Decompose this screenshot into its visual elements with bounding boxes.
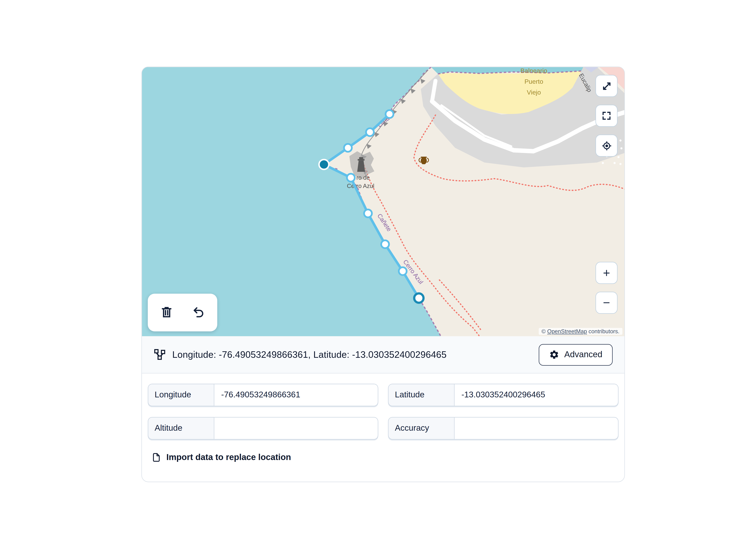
accuracy-input[interactable]	[455, 417, 618, 439]
page: Balneario Puerto Viejo Lima Cañete Cerro…	[0, 0, 756, 538]
advanced-button[interactable]: Advanced	[539, 344, 613, 365]
route-vertex[interactable]	[366, 128, 374, 136]
lighthouse-icon	[357, 157, 365, 172]
file-icon	[151, 452, 162, 462]
route-vertex[interactable]	[364, 209, 372, 217]
map-attribution: © OpenStreetMap contributors.	[538, 328, 623, 335]
beach-label-line3: Viejo	[527, 89, 541, 96]
latitude-field: Latitude	[388, 384, 619, 406]
import-data-link[interactable]: Import data to replace location	[151, 452, 619, 462]
route-vertex-active[interactable]	[319, 160, 329, 169]
longitude-input[interactable]	[214, 384, 378, 406]
latitude-label: Latitude	[388, 384, 455, 406]
map[interactable]: Balneario Puerto Viejo Lima Cañete Cerro…	[142, 67, 624, 336]
draw-toolbar	[148, 294, 217, 331]
form-row-2: Altitude Accuracy	[148, 417, 619, 440]
longitude-field: Longitude	[148, 384, 378, 406]
import-data-label: Import data to replace location	[166, 452, 291, 462]
route-vertex[interactable]	[344, 144, 352, 152]
attribution-suffix: contributors.	[587, 328, 620, 334]
coordinates-readout: Longitude: -76.49053249866361, Latitude:…	[172, 349, 447, 360]
advanced-button-label: Advanced	[564, 350, 602, 360]
openstreetmap-link[interactable]: OpenStreetMap	[547, 328, 587, 334]
expand-button[interactable]	[595, 75, 617, 97]
vector-path-icon	[154, 349, 166, 361]
altitude-input[interactable]	[214, 417, 378, 439]
zoom-in-icon: +	[603, 267, 610, 279]
poi-label-line2: Cerro Azul	[347, 183, 374, 189]
location-picker-card: Balneario Puerto Viejo Lima Cañete Cerro…	[141, 67, 625, 482]
altitude-label: Altitude	[148, 417, 214, 439]
expand-icon	[601, 81, 612, 91]
status-bar: Longitude: -76.49053249866361, Latitude:…	[142, 336, 624, 374]
accuracy-label: Accuracy	[388, 417, 455, 439]
zoom-in-button[interactable]: +	[595, 262, 617, 284]
fullscreen-icon	[601, 111, 612, 121]
route-vertex-end[interactable]	[414, 294, 424, 303]
coordinate-form: Longitude Latitude Altitude Accuracy	[142, 373, 624, 462]
fullscreen-button[interactable]	[595, 105, 617, 127]
form-row-1: Longitude Latitude	[148, 384, 619, 406]
zoom-out-icon: −	[603, 296, 610, 309]
longitude-label: Longitude	[148, 384, 214, 406]
poi-label-line1: ro de	[356, 174, 370, 181]
beach-label-line1: Balneario	[520, 67, 547, 74]
locate-icon	[601, 140, 612, 151]
gear-icon	[549, 350, 559, 360]
attribution-copyright: ©	[541, 328, 546, 334]
trash-icon	[160, 305, 173, 320]
undo-button[interactable]	[192, 305, 205, 320]
latitude-input[interactable]	[455, 384, 618, 406]
undo-icon	[192, 305, 205, 320]
route-vertex[interactable]	[381, 241, 389, 248]
route-vertex[interactable]	[385, 110, 393, 118]
zoom-out-button[interactable]: −	[595, 292, 617, 314]
route-vertex[interactable]	[347, 174, 355, 182]
accuracy-field: Accuracy	[388, 417, 619, 440]
altitude-field: Altitude	[148, 417, 378, 440]
beach-label-line2: Puerto	[525, 78, 543, 85]
delete-button[interactable]	[160, 305, 173, 320]
route-vertex[interactable]	[399, 267, 407, 275]
locate-button[interactable]	[595, 135, 617, 157]
